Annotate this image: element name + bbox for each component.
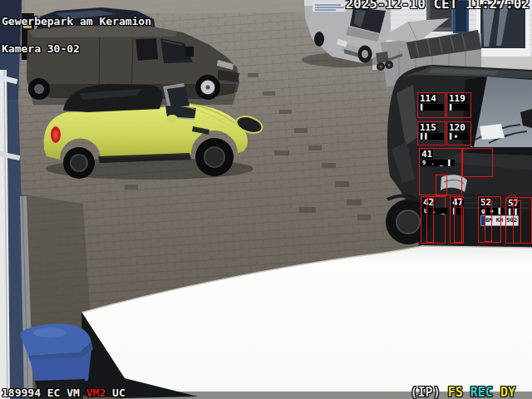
osd-segment: FS [448, 385, 470, 399]
detection-aux-box [436, 175, 447, 196]
detection-label: 120 [448, 123, 466, 132]
detection-sublabel: ▌ [419, 104, 444, 111]
osd-segment: DY [500, 385, 515, 399]
osd-segment: UC [106, 387, 125, 399]
detection-sublabel: ▌▌ [419, 133, 444, 140]
detection-box-114: 114▌ [417, 92, 446, 118]
camera-view: BM KH 902 114▌ 119▌ 115▌▌ 120▌▪ 419 . _ … [0, 0, 532, 399]
detection-aux-box [462, 148, 493, 177]
detection-aux-box [454, 198, 462, 243]
detection-label: 119 [448, 94, 466, 103]
detection-label: 115 [419, 123, 437, 132]
detection-box-120: 120▌▪ [446, 121, 471, 145]
detection-sublabel: ▌ [448, 104, 469, 111]
osd-segment: VM2 [86, 387, 106, 399]
detection-label: 41 [421, 150, 433, 159]
detection-box-119: 119▌ [446, 92, 471, 118]
detection-sublabel: 9 . _ ▌ [421, 160, 455, 166]
detection-aux-circle [506, 195, 518, 206]
detection-box-115: 115▌▌ [417, 121, 446, 145]
detection-label: 114 [419, 94, 437, 103]
osd-status-right: (IP) FS REC DY [411, 387, 515, 398]
osd-segment: 189994 EC VM [2, 387, 86, 399]
detection-aux-box [513, 200, 521, 244]
osd-camera-id: Kamera 30-02 [2, 44, 151, 53]
osd-datetime: 2025-12-10 CET 11:27:02 [345, 0, 530, 10]
detection-aux-box [426, 198, 434, 243]
osd-location-line: Gewerbepark am Keramion [2, 17, 151, 26]
osd-segment: (IP) [411, 385, 448, 399]
osd-segment: REC [470, 385, 500, 399]
detection-sublabel: ▌▪ [448, 133, 469, 140]
osd-status-left: 189994 EC VM VM2 UC [2, 387, 126, 398]
osd-location: Gewerbepark am Keramion Kamera 30-02 [2, 0, 151, 62]
detection-aux-box [485, 200, 492, 242]
